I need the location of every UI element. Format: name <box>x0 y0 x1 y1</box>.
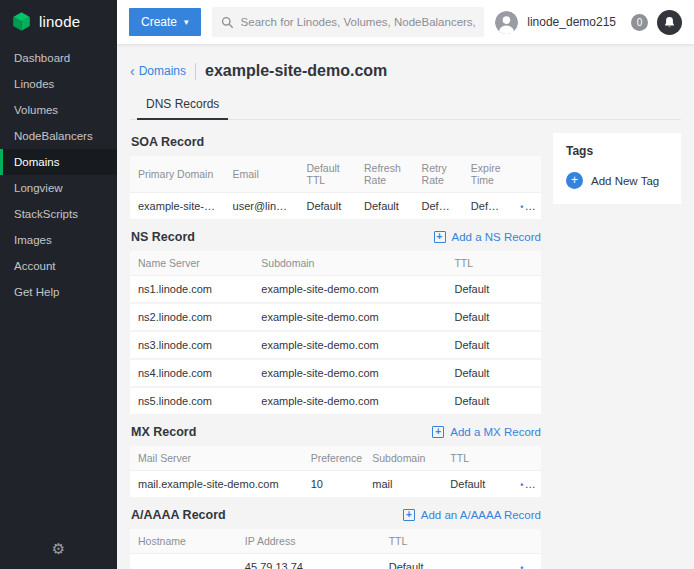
table-cell: Default <box>446 359 541 387</box>
table-row: ns5.linode.comexample-site-demo.comDefau… <box>130 387 541 415</box>
actions-column-header <box>512 529 541 554</box>
table-cell: Default <box>381 554 513 569</box>
table-cell: Default <box>463 193 512 221</box>
page-content: ‹ Domains example-site-demo.com DNS Reco… <box>117 44 694 569</box>
table-row: mail.example-site-demo.com10mailDefault•… <box>130 471 541 499</box>
bell-icon <box>663 16 676 29</box>
mx-record-section: MX Record + Add a MX Record Mail ServerP… <box>130 416 541 499</box>
table-cell: 45.79.13.74 <box>237 554 381 569</box>
create-button[interactable]: Create ▾ <box>129 8 201 36</box>
table-cell: Default <box>446 276 541 304</box>
table-cell: example-site-demo.com <box>130 193 225 221</box>
sidebar-item-get-help[interactable]: Get Help <box>0 279 117 305</box>
table-cell: Default <box>442 471 512 499</box>
table-row: ns4.linode.comexample-site-demo.comDefau… <box>130 359 541 387</box>
top-bar: Create ▾ linode_demo215 <box>117 0 694 44</box>
column-header: Refresh Rate <box>356 156 414 193</box>
actions-cell: ••• <box>512 471 541 499</box>
tab-bar: DNS Records <box>130 92 681 120</box>
add-mx-record-button[interactable]: + Add a MX Record <box>432 426 541 438</box>
person-icon <box>495 11 518 34</box>
notification-count-badge: 0 <box>631 14 648 31</box>
sidebar-item-dashboard[interactable]: Dashboard <box>0 45 117 71</box>
table-header-row: HostnameIP AddressTTL <box>130 529 541 554</box>
linode-logo[interactable]: linode <box>0 0 117 45</box>
table-cell: Default <box>356 193 414 221</box>
table-cell: mail.example-site-demo.com <box>130 471 303 499</box>
section-title: A/AAAA Record <box>131 508 226 522</box>
global-search[interactable] <box>212 7 485 37</box>
actions-cell: ••• <box>512 554 541 569</box>
add-new-tag-label: Add New Tag <box>591 175 659 187</box>
username-menu[interactable]: linode_demo215 <box>527 15 616 29</box>
table-cell: Default <box>414 193 463 221</box>
table-row: ns3.linode.comexample-site-demo.comDefau… <box>130 331 541 359</box>
column-header: Name Server <box>130 251 253 276</box>
linode-cube-icon <box>11 11 32 32</box>
a-section-header: A/AAAA Record + Add an A/AAAA Record <box>130 499 541 529</box>
user-avatar[interactable] <box>495 11 518 34</box>
add-ns-record-button[interactable]: + Add a NS Record <box>434 231 542 243</box>
table-header-row: Mail ServerPreferenceSubdomainTTL <box>130 446 541 471</box>
table-header-row: Name ServerSubdomainTTL <box>130 251 541 276</box>
main-area: Create ▾ linode_demo215 <box>117 0 694 569</box>
sidebar-item-account[interactable]: Account <box>0 253 117 279</box>
add-ns-record-label: Add a NS Record <box>452 231 542 243</box>
search-input[interactable] <box>241 16 476 28</box>
table-cell: example-site-demo.com <box>253 303 446 331</box>
column-header: Retry Rate <box>414 156 463 193</box>
table-cell: ns5.linode.com <box>130 387 253 415</box>
breadcrumb-back-link[interactable]: ‹ Domains <box>130 64 186 78</box>
column-header: Email <box>225 156 299 193</box>
add-mx-record-label: Add a MX Record <box>450 426 541 438</box>
breadcrumb-divider <box>195 63 196 80</box>
app-window: linode DashboardLinodesVolumesNodeBalanc… <box>0 0 694 569</box>
column-header: TTL <box>442 446 512 471</box>
table-cell: Default <box>298 193 356 221</box>
logo-text: linode <box>39 13 80 30</box>
a-table: HostnameIP AddressTTL45.79.13.74Default•… <box>130 529 541 569</box>
plus-circle-icon: + <box>566 172 583 189</box>
section-title: MX Record <box>131 425 196 439</box>
sidebar-nav: DashboardLinodesVolumesNodeBalancersDoma… <box>0 45 117 305</box>
actions-column-header <box>512 156 541 193</box>
row-actions-kebab-icon[interactable]: ••• <box>520 200 536 212</box>
content-columns: SOA Record Primary DomainEmailDefault TT… <box>130 126 681 569</box>
add-a-record-button[interactable]: + Add an A/AAAA Record <box>403 509 541 521</box>
sidebar-item-domains[interactable]: Domains <box>0 149 117 175</box>
tab-dns-records[interactable]: DNS Records <box>137 92 228 120</box>
table-header-row: Primary DomainEmailDefault TTLRefresh Ra… <box>130 156 541 193</box>
column-header: TTL <box>446 251 541 276</box>
sidebar-item-stackscripts[interactable]: StackScripts <box>0 201 117 227</box>
sidebar-item-linodes[interactable]: Linodes <box>0 71 117 97</box>
sidebar-item-longview[interactable]: Longview <box>0 175 117 201</box>
sidebar-item-volumes[interactable]: Volumes <box>0 97 117 123</box>
table-cell: Default <box>446 331 541 359</box>
sidebar-item-images[interactable]: Images <box>0 227 117 253</box>
table-cell <box>130 554 237 569</box>
table-cell: example-site-demo.com <box>253 276 446 304</box>
settings-gear-icon[interactable]: ⚙ <box>52 541 65 556</box>
soa-section-header: SOA Record <box>130 126 541 156</box>
table-cell: ns3.linode.com <box>130 331 253 359</box>
chevron-down-icon: ▾ <box>184 18 189 27</box>
search-icon <box>221 16 234 29</box>
actions-cell: ••• <box>512 193 541 221</box>
add-new-tag-button[interactable]: + Add New Tag <box>566 172 668 189</box>
breadcrumb: ‹ Domains example-site-demo.com <box>130 54 681 92</box>
sidebar-item-nodebalancers[interactable]: NodeBalancers <box>0 123 117 149</box>
sidebar: linode DashboardLinodesVolumesNodeBalanc… <box>0 0 117 569</box>
row-actions-kebab-icon[interactable]: ••• <box>520 561 536 569</box>
soa-table: Primary DomainEmailDefault TTLRefresh Ra… <box>130 156 541 221</box>
table-row: example-site-demo.comuser@linode.comDefa… <box>130 193 541 221</box>
column-header: Mail Server <box>130 446 303 471</box>
row-actions-kebab-icon[interactable]: ••• <box>520 478 536 490</box>
ns-record-section: NS Record + Add a NS Record Name ServerS… <box>130 221 541 416</box>
column-header: Preference <box>303 446 365 471</box>
plus-box-icon: + <box>432 426 444 438</box>
table-cell: user@linode.com <box>225 193 299 221</box>
topbar-right-cluster: linode_demo215 0 <box>495 10 682 35</box>
notifications-button[interactable] <box>657 10 682 35</box>
plus-box-icon: + <box>434 231 446 243</box>
page-title: example-site-demo.com <box>205 62 387 80</box>
